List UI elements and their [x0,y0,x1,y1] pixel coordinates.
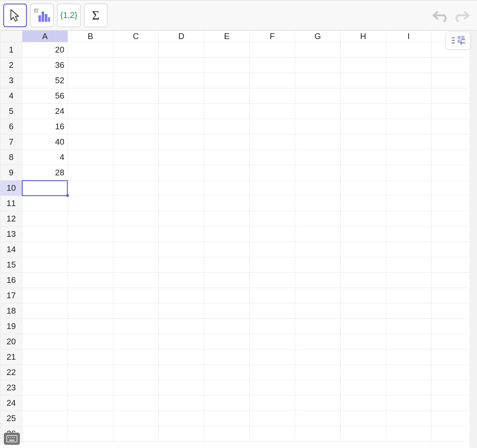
column-header-E[interactable]: E [204,31,249,42]
cell[interactable] [249,319,295,334]
cell[interactable] [340,211,386,227]
cell[interactable] [295,150,340,165]
row-header[interactable]: 11 [0,196,22,211]
cell[interactable] [68,134,113,150]
cell[interactable] [113,380,158,396]
cell[interactable] [68,119,113,134]
cell[interactable] [158,211,204,227]
cell[interactable] [113,334,158,349]
row-header[interactable]: 10 [0,180,22,196]
cell[interactable] [204,273,249,288]
cell[interactable] [204,180,249,196]
cell[interactable] [204,196,249,211]
cell[interactable] [295,42,340,58]
cell[interactable] [340,180,386,196]
row-header[interactable]: 7 [0,134,22,150]
cell[interactable] [386,257,431,273]
row-header[interactable]: 13 [0,227,22,242]
column-header-F[interactable]: F [249,31,295,42]
corner-cell[interactable] [0,31,22,42]
cell[interactable] [68,365,113,380]
cell[interactable] [295,88,340,104]
cell[interactable] [68,165,113,180]
row-header[interactable]: 9 [0,165,22,180]
cell[interactable] [295,365,340,380]
cell[interactable] [386,273,431,288]
cell[interactable] [68,288,113,303]
cell[interactable] [249,426,295,442]
cell[interactable] [113,134,158,150]
cell[interactable] [249,104,295,119]
cell[interactable] [340,227,386,242]
cell[interactable] [249,380,295,396]
cell[interactable] [249,349,295,365]
cell[interactable] [113,365,158,380]
cell[interactable] [68,58,113,73]
cell[interactable]: 16 [22,119,68,134]
format-panel-button[interactable] [446,32,471,50]
cell[interactable] [204,288,249,303]
cell[interactable] [340,380,386,396]
cell[interactable] [295,257,340,273]
row-header[interactable]: 12 [0,211,22,227]
row-header[interactable]: 23 [0,380,22,396]
cell[interactable] [204,380,249,396]
cell[interactable] [158,119,204,134]
cell[interactable] [386,119,431,134]
cell[interactable] [68,227,113,242]
cell[interactable] [68,242,113,257]
row-header[interactable]: 15 [0,257,22,273]
cell[interactable] [158,303,204,319]
cell[interactable] [68,349,113,365]
cell[interactable] [68,273,113,288]
cell[interactable] [68,196,113,211]
cell[interactable] [295,58,340,73]
cell[interactable] [68,150,113,165]
cell[interactable] [22,426,68,442]
vertical-scrollbar[interactable] [470,30,477,448]
cell[interactable] [204,334,249,349]
cell[interactable] [158,288,204,303]
cell[interactable] [295,134,340,150]
cell[interactable] [22,211,68,227]
column-header-H[interactable]: H [340,31,386,42]
cell[interactable] [386,42,431,58]
row-header[interactable]: 3 [0,73,22,88]
cell[interactable] [340,150,386,165]
cell[interactable] [68,426,113,442]
cell[interactable] [386,380,431,396]
cell[interactable] [340,273,386,288]
cell[interactable] [249,273,295,288]
cell[interactable] [113,165,158,180]
cell[interactable] [340,288,386,303]
cell[interactable] [22,334,68,349]
cell[interactable] [386,165,431,180]
chart-tool-button[interactable] [30,4,54,27]
cell[interactable] [204,319,249,334]
cell[interactable] [158,58,204,73]
cell[interactable] [249,242,295,257]
cell[interactable] [204,303,249,319]
cell[interactable] [204,396,249,411]
cell[interactable] [386,180,431,196]
cell[interactable] [113,180,158,196]
cell[interactable]: 52 [22,73,68,88]
cell[interactable] [22,273,68,288]
cell[interactable] [113,88,158,104]
cell[interactable] [386,58,431,73]
cell[interactable] [386,426,431,442]
cell[interactable] [295,380,340,396]
cell[interactable] [113,396,158,411]
cell[interactable] [295,196,340,211]
column-header-A[interactable]: A [22,31,68,42]
cell[interactable]: 20 [22,42,68,58]
row-header[interactable]: 2 [0,58,22,73]
row-header[interactable]: 8 [0,150,22,165]
cell[interactable] [204,119,249,134]
cell[interactable] [113,257,158,273]
cell[interactable]: 36 [22,58,68,73]
cell[interactable] [295,211,340,227]
move-tool-button[interactable] [3,4,27,27]
cell[interactable] [113,58,158,73]
cell[interactable] [158,426,204,442]
